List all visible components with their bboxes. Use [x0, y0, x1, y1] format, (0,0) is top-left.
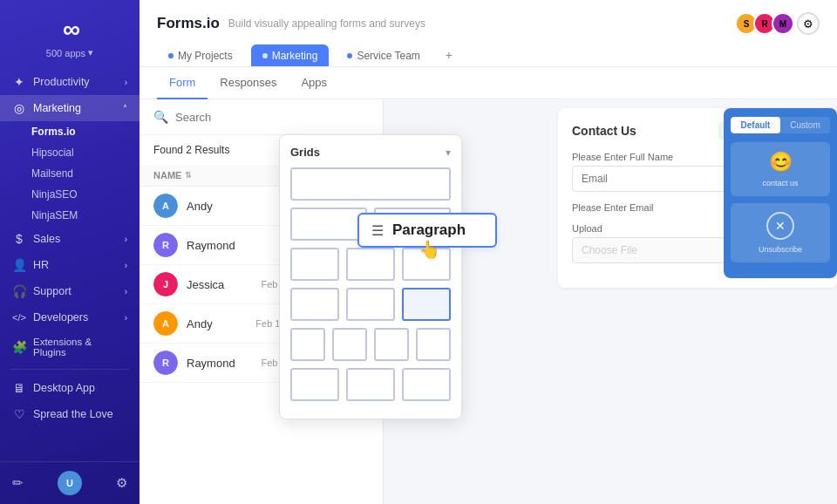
grid-cell-a[interactable] [290, 288, 339, 321]
sidebar-footer: ✏ U ⚙ [0, 461, 140, 504]
tab-apps[interactable]: Apps [289, 67, 339, 99]
main-content: Forms.io Build visually appealing forms … [140, 0, 837, 504]
widget-item-label: contact us [762, 179, 798, 187]
user-avatar[interactable]: U [58, 471, 82, 495]
sidebar-sub-item-formsio[interactable]: Forms.io [0, 121, 140, 142]
header-title-group: Forms.io Build visually appealing forms … [157, 15, 425, 32]
sidebar-item-spread-love[interactable]: ♡ Spread the Love [0, 401, 140, 427]
sidebar-item-support[interactable]: 🎧 Support › [0, 278, 140, 304]
tab-form[interactable]: Form [157, 67, 208, 99]
support-icon: 🎧 [12, 284, 26, 298]
sidebar-sub-item-ninjasem[interactable]: NinjaSEM [0, 205, 140, 226]
paragraph-list-icon: ☰ [371, 222, 384, 239]
extensions-icon: 🧩 [12, 340, 26, 354]
widget-tab-custom[interactable]: Custom [780, 117, 830, 133]
widget-item-unsubscribe[interactable]: ✕ Unsubscribe [731, 203, 830, 262]
grid-cell-d[interactable] [290, 328, 325, 361]
sidebar-item-sales[interactable]: $ Sales › [0, 226, 140, 252]
grid-row-4 [290, 288, 451, 321]
avatar-settings-icon[interactable]: ⚙ [797, 12, 820, 35]
sidebar-item-desktop-app[interactable]: 🖥 Desktop App [0, 375, 140, 401]
widget-tabs: Default Custom [731, 117, 830, 133]
grid-cell-3col-a[interactable] [290, 248, 339, 281]
column-name-header: NAME ⇅ [153, 170, 192, 180]
row-name: Andy [187, 317, 247, 330]
body-area: 🔍 Found 2 Results NAME ⇅ A Andy [140, 99, 837, 504]
sidebar-sub-item-mailsend[interactable]: Mailsend [0, 163, 140, 184]
settings-icon[interactable]: ⚙ [116, 475, 127, 491]
grid-cell-1col[interactable] [290, 167, 451, 201]
form-title: Contact Us [572, 124, 636, 138]
grid-cell-h[interactable] [290, 368, 339, 401]
grid-cell-f[interactable] [374, 328, 409, 361]
content-tabs: Form Responses Apps [140, 67, 837, 99]
sidebar-item-extensions[interactable]: 🧩 Extensions & Plugins [0, 330, 140, 364]
widget-item-label: Unsubscribe [759, 245, 802, 254]
sidebar-sub-item-ninjaseo[interactable]: NinjaSEO [0, 184, 140, 205]
apps-label[interactable]: 500 apps ▾ [46, 47, 93, 58]
sidebar-item-label: HR [33, 259, 49, 271]
widget-panel: Default Custom 😊 contact us ✕ Unsubscrib… [724, 108, 837, 278]
sidebar-item-developers[interactable]: </> Developers › [0, 304, 140, 330]
tab-label: Marketing [272, 50, 318, 62]
chevron-icon: › [125, 313, 127, 323]
sidebar: ∞ 500 apps ▾ ✦ Productivity › ◎ Marketin… [0, 0, 140, 504]
grid-cell-e[interactable] [332, 328, 367, 361]
sidebar-item-label: Desktop App [33, 382, 95, 394]
pencil-icon[interactable]: ✏ [12, 475, 24, 491]
tab-label: Service Team [357, 50, 419, 62]
chevron-icon: › [125, 78, 127, 87]
desktop-icon: 🖥 [12, 381, 26, 395]
grid-cell-3col-b[interactable] [346, 248, 395, 281]
tab-my-projects[interactable]: My Projects [157, 44, 244, 66]
chevron-icon: › [125, 235, 127, 244]
hr-icon: 👤 [12, 258, 26, 272]
tab-responses[interactable]: Responses [208, 67, 289, 99]
heart-icon: ♡ [12, 407, 26, 421]
sidebar-sub-item-hipsocial[interactable]: Hipsocial [0, 142, 140, 163]
paragraph-label: Paragraph [392, 221, 466, 239]
grid-overlay-header: Grids ▾ [290, 146, 451, 159]
search-icon: 🔍 [153, 110, 168, 124]
avatar-image: R [153, 351, 178, 375]
grid-cell-2col-a[interactable] [290, 208, 367, 241]
add-tab-button[interactable]: + [439, 44, 459, 66]
productivity-icon: ✦ [12, 75, 26, 89]
sidebar-logo-section: ∞ 500 apps ▾ [0, 0, 140, 69]
grid-picker-overlay[interactable]: Grids ▾ [279, 134, 462, 419]
grid-cell-i[interactable] [346, 368, 395, 401]
search-input[interactable] [175, 111, 369, 124]
avatar-image: R [153, 233, 178, 257]
sidebar-item-hr[interactable]: 👤 HR › [0, 252, 140, 278]
avatar-image: A [153, 311, 178, 336]
chevron-down-icon: ▾ [88, 47, 93, 58]
grid-cell-c-selected[interactable] [402, 288, 451, 321]
marketing-submenu: Forms.io Hipsocial Mailsend NinjaSEO Nin… [0, 121, 140, 226]
widget-tab-default[interactable]: Default [731, 117, 780, 133]
sidebar-item-productivity[interactable]: ✦ Productivity › [0, 69, 140, 95]
cursor-hand-icon: 👆 [418, 239, 440, 260]
grid-cell-j[interactable] [402, 368, 451, 401]
widget-item-contact[interactable]: 😊 contact us [731, 142, 830, 196]
header: Forms.io Build visually appealing forms … [140, 0, 837, 67]
sidebar-item-label: Support [33, 285, 71, 297]
tab-dot [262, 53, 268, 58]
sidebar-item-label: Marketing [33, 102, 81, 114]
grid-cell-b[interactable] [346, 288, 395, 321]
contact-icon: 😊 [769, 151, 793, 174]
sidebar-item-label: Productivity [33, 76, 90, 88]
logo-icon: ∞ [63, 16, 77, 44]
sidebar-item-label: Extensions & Plugins [33, 337, 127, 358]
grid-row-1 [290, 167, 451, 201]
tab-marketing[interactable]: Marketing [251, 44, 330, 66]
chevron-up-icon: ˄ [123, 104, 127, 113]
sidebar-item-label: Spread the Love [33, 408, 113, 420]
sort-icon[interactable]: ⇅ [185, 171, 192, 180]
developers-icon: </> [12, 310, 26, 324]
sidebar-item-marketing[interactable]: ◎ Marketing ˄ [0, 95, 140, 121]
app-title: Forms.io [157, 15, 220, 32]
grid-cell-g[interactable] [416, 328, 451, 361]
search-bar: 🔍 [140, 99, 383, 135]
grid-chevron-icon[interactable]: ▾ [446, 146, 451, 159]
tab-service-team[interactable]: Service Team [336, 44, 431, 66]
